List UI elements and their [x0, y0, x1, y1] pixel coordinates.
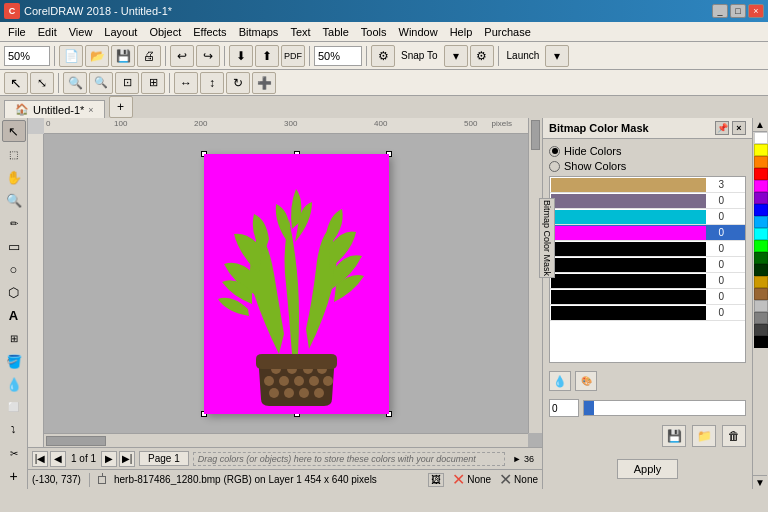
show-colors-option[interactable]: Show Colors [549, 160, 746, 172]
hide-colors-option[interactable]: Hide Colors [549, 145, 746, 157]
show-colors-radio[interactable] [549, 161, 560, 172]
panel-pin-button[interactable]: 📌 [715, 121, 729, 135]
palette-cyan-blue[interactable] [754, 216, 768, 228]
node-tool-btn[interactable]: ⬚ [2, 143, 26, 165]
delete-mask-button[interactable]: 🗑 [722, 425, 746, 447]
zoom-sel[interactable]: ⊞ [141, 72, 165, 94]
transform-tool[interactable]: ⤡ [30, 72, 54, 94]
redo-button[interactable]: ↪ [196, 45, 220, 67]
zoom-tool-btn[interactable]: 🔍 [2, 189, 26, 211]
color-palette[interactable]: ▲ ▼ [752, 118, 768, 489]
palette-yellow[interactable] [754, 144, 768, 156]
color-row-8[interactable]: 0 [550, 305, 745, 321]
print-button[interactable]: 🖨 [137, 45, 161, 67]
palette-gray[interactable] [754, 312, 768, 324]
prev-page-button[interactable]: ◀ [50, 451, 66, 467]
color-row-7[interactable]: 0 [550, 289, 745, 305]
palette-magenta[interactable] [754, 180, 768, 192]
ellipse-tool[interactable]: ○ [2, 258, 26, 280]
palette-scroll-down[interactable]: ▼ [753, 475, 767, 489]
maximize-button[interactable]: □ [730, 4, 746, 18]
options-button[interactable]: ⚙ [371, 45, 395, 67]
tolerance-input[interactable]: 0 [549, 399, 579, 417]
menu-help[interactable]: Help [444, 24, 479, 40]
text-tool[interactable]: A [2, 304, 26, 326]
color-row-0[interactable]: 3 [550, 177, 745, 193]
save-mask-button[interactable]: 💾 [662, 425, 686, 447]
menu-bitmaps[interactable]: Bitmaps [233, 24, 285, 40]
palette-green[interactable] [754, 240, 768, 252]
palette-dark-green[interactable] [754, 252, 768, 264]
polygon-tool[interactable]: ⬡ [2, 281, 26, 303]
undo-button[interactable]: ↩ [170, 45, 194, 67]
menu-view[interactable]: View [63, 24, 99, 40]
color-row-4[interactable]: 0 [550, 241, 745, 257]
import-button[interactable]: ⬇ [229, 45, 253, 67]
color-row-1[interactable]: 0 [550, 193, 745, 209]
zoom-fit[interactable]: ⊡ [115, 72, 139, 94]
palette-brown[interactable] [754, 288, 768, 300]
zoom2-input[interactable]: 50% [314, 46, 362, 66]
window-controls[interactable]: _ □ × [712, 4, 764, 18]
palette-gold[interactable] [754, 276, 768, 288]
zoom-in-tool[interactable]: 🔍 [63, 72, 87, 94]
pdf-button[interactable]: PDF [281, 45, 305, 67]
canvas-area[interactable]: 0 100 200 300 400 500 pixels [28, 118, 542, 447]
tab-close-button[interactable]: × [88, 105, 93, 115]
palette-blue[interactable] [754, 204, 768, 216]
palette-white[interactable] [754, 132, 768, 144]
palette-cyan[interactable] [754, 228, 768, 240]
zoom-input[interactable]: 50% [4, 46, 50, 66]
export-button[interactable]: ⬆ [255, 45, 279, 67]
color-list[interactable]: 3 0 0 0 0 [549, 176, 746, 363]
color-row-6[interactable]: 0 [550, 273, 745, 289]
doc-tab-untitled[interactable]: 🏠 Untitled-1* × [4, 100, 105, 118]
palette-violet[interactable] [754, 192, 768, 204]
connector-tool[interactable]: ⤵ [2, 419, 26, 441]
zoom-out-tool[interactable]: 🔍 [89, 72, 113, 94]
slider-thumb[interactable] [584, 401, 594, 415]
palette-red[interactable] [754, 168, 768, 180]
load-mask-button[interactable]: 📁 [692, 425, 716, 447]
new-button[interactable]: 📄 [59, 45, 83, 67]
color-row-5[interactable]: 0 [550, 257, 745, 273]
next-page-button[interactable]: ▶ [101, 451, 117, 467]
color-picker-btn[interactable]: 🎨 [575, 371, 597, 391]
palette-silver[interactable] [754, 300, 768, 312]
apply-button[interactable]: Apply [617, 459, 679, 479]
color-drop-zone[interactable]: Drag colors (or objects) here to store t… [193, 452, 505, 466]
settings-button[interactable]: ⚙ [470, 45, 494, 67]
select-tool[interactable]: ↖ [4, 72, 28, 94]
first-page-button[interactable]: |◀ [32, 451, 48, 467]
palette-darker-green[interactable] [754, 264, 768, 276]
pan-tool-btn[interactable]: ✋ [2, 166, 26, 188]
open-button[interactable]: 📂 [85, 45, 109, 67]
rotate-cw[interactable]: ↻ [226, 72, 250, 94]
menu-table[interactable]: Table [317, 24, 355, 40]
eyedrop-tool-btn[interactable]: 💧 [549, 371, 571, 391]
save-button[interactable]: 💾 [111, 45, 135, 67]
minimize-button[interactable]: _ [712, 4, 728, 18]
close-button[interactable]: × [748, 4, 764, 18]
page-tab[interactable]: Page 1 [139, 451, 189, 466]
crop-tool[interactable]: ✂ [2, 442, 26, 464]
snap-button[interactable]: ▾ [444, 45, 468, 67]
view-plus[interactable]: ➕ [252, 72, 276, 94]
palette-orange[interactable] [754, 156, 768, 168]
eyedrop-tool[interactable]: 💧 [2, 373, 26, 395]
plus-btn[interactable]: + [2, 465, 26, 487]
menu-tools[interactable]: Tools [355, 24, 393, 40]
mirror-h[interactable]: ↔ [174, 72, 198, 94]
palette-dark-gray[interactable] [754, 324, 768, 336]
scroll-thumb-v[interactable] [531, 120, 540, 150]
vertical-panel-tab[interactable]: Bitmap Color Mask [539, 198, 555, 278]
menu-layout[interactable]: Layout [98, 24, 143, 40]
scrollbar-horizontal[interactable] [44, 433, 528, 447]
scroll-thumb-h[interactable] [46, 436, 106, 446]
menu-window[interactable]: Window [393, 24, 444, 40]
tolerance-slider[interactable] [583, 400, 746, 416]
menu-text[interactable]: Text [284, 24, 316, 40]
launch-button[interactable]: ▾ [545, 45, 569, 67]
fill-tool[interactable]: 🪣 [2, 350, 26, 372]
menu-effects[interactable]: Effects [187, 24, 232, 40]
